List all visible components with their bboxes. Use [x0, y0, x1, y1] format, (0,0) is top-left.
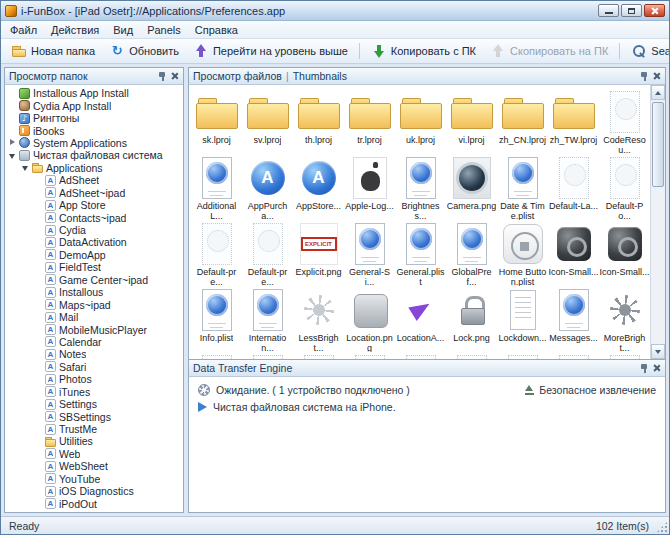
toolbar-button-new-folder[interactable]: Новая папка — [5, 40, 101, 62]
tree-item[interactable]: Чистая файловая система — [6, 149, 183, 161]
tree-item[interactable]: AdSheet — [6, 174, 183, 186]
file-item[interactable]: Internation... — [242, 286, 293, 352]
file-item[interactable]: sk.lproj — [191, 88, 242, 154]
file-item[interactable]: LocationA... — [395, 286, 446, 352]
tree-item[interactable]: iPodOut — [6, 497, 183, 509]
file-item[interactable]: Info.plist — [191, 286, 242, 352]
file-item[interactable]: Lockdown... — [497, 286, 548, 352]
tree-item[interactable]: System Applications — [6, 137, 183, 149]
vertical-scrollbar[interactable] — [650, 85, 665, 359]
tree-item[interactable]: Installous — [6, 286, 183, 298]
file-item[interactable]: General.plist — [395, 220, 446, 286]
file-item[interactable] — [191, 352, 242, 359]
tree-item[interactable]: iOS Diagnostics — [6, 485, 183, 497]
expander-open-icon[interactable] — [21, 163, 30, 172]
close-panel-icon[interactable] — [171, 72, 179, 80]
tree-item[interactable]: Mail — [6, 311, 183, 323]
file-item[interactable]: GlobalPref... — [446, 220, 497, 286]
tree-item[interactable]: Applications — [6, 162, 183, 174]
file-item[interactable]: Icon-Small... — [548, 220, 599, 286]
tree-item[interactable]: Maps~ipad — [6, 298, 183, 310]
tree-item[interactable]: YouTube — [6, 473, 183, 485]
file-item[interactable]: AppPurcha... — [242, 154, 293, 220]
file-item[interactable]: sv.lproj — [242, 88, 293, 154]
file-item[interactable]: Home Button.plist — [497, 220, 548, 286]
toolbar-button-up-level[interactable]: Перейти на уровень выше — [187, 40, 354, 62]
menu-item-3[interactable]: Вид — [106, 22, 140, 38]
file-item[interactable]: MoreBright... — [599, 286, 650, 352]
tree-item[interactable]: Contacts~ipad — [6, 211, 183, 223]
file-item[interactable]: Default-pre... — [242, 220, 293, 286]
toolbar-button-search[interactable]: Search Files — [625, 40, 670, 62]
file-item[interactable]: Brightness... — [395, 154, 446, 220]
close-panel-icon[interactable] — [653, 72, 661, 80]
tree-item[interactable]: Settings — [6, 398, 183, 410]
file-item[interactable] — [446, 352, 497, 359]
file-item[interactable] — [242, 352, 293, 359]
file-item[interactable]: CodeResou... — [599, 88, 650, 154]
menu-item-5[interactable]: Справка — [188, 22, 245, 38]
file-item[interactable]: Camera.png — [446, 154, 497, 220]
file-item[interactable] — [344, 352, 395, 359]
tree-item[interactable]: DemoApp — [6, 249, 183, 261]
tree-item[interactable]: Calendar — [6, 336, 183, 348]
tree-item[interactable]: DataActivation — [6, 236, 183, 248]
pin-icon[interactable] — [640, 71, 649, 82]
file-item[interactable]: AdditionalL... — [191, 154, 242, 220]
tree-item[interactable]: Рингтоны — [6, 112, 183, 124]
tree-item[interactable]: Utilities — [6, 435, 183, 447]
safe-eject[interactable]: Безопасное извлечение — [524, 384, 656, 396]
scrollbar-track[interactable] — [651, 100, 665, 344]
tree-item[interactable]: Cydia — [6, 224, 183, 236]
tree-item[interactable]: SBSettings — [6, 410, 183, 422]
pin-icon[interactable] — [640, 363, 649, 374]
file-item[interactable] — [548, 352, 599, 359]
expander-open-icon[interactable] — [8, 151, 17, 160]
file-item[interactable]: Icon-Small... — [599, 220, 650, 286]
toolbar-button-copy-to-pc[interactable]: Скопировать на ПК — [484, 40, 614, 62]
file-item[interactable]: uk.lproj — [395, 88, 446, 154]
tree-item[interactable]: AdSheet~ipad — [6, 187, 183, 199]
file-item[interactable]: EXPLICITExplicit.png — [293, 220, 344, 286]
tree-item[interactable]: iTunes — [6, 386, 183, 398]
file-item[interactable] — [395, 352, 446, 359]
file-item[interactable]: Default-Po... — [599, 154, 650, 220]
file-item[interactable]: Lock.png — [446, 286, 497, 352]
file-item[interactable] — [497, 352, 548, 359]
tree-item[interactable]: FieldTest — [6, 261, 183, 273]
file-item[interactable] — [293, 352, 344, 359]
menu-item-2[interactable]: Действия — [44, 22, 106, 38]
tree-item[interactable]: WebSheet — [6, 460, 183, 472]
title-bar[interactable]: i-FunBox - [iPad Osetr]://Applications/P… — [1, 1, 669, 21]
file-item[interactable]: zh_TW.lproj — [548, 88, 599, 154]
maximize-button[interactable] — [621, 4, 642, 17]
minimize-button[interactable] — [598, 4, 619, 17]
tree-item[interactable]: App Store — [6, 199, 183, 211]
file-item[interactable]: Messages... — [548, 286, 599, 352]
file-item[interactable]: th.lproj — [293, 88, 344, 154]
tree-item[interactable]: MobileMusicPlayer — [6, 323, 183, 335]
file-item[interactable] — [599, 352, 650, 359]
pin-icon[interactable] — [158, 71, 167, 82]
file-item[interactable]: General-Si... — [344, 220, 395, 286]
close-button[interactable] — [644, 4, 665, 17]
scrollbar-thumb[interactable] — [652, 102, 664, 187]
close-panel-icon[interactable] — [653, 364, 661, 372]
view-mode-label[interactable]: Thumbnails — [293, 70, 347, 82]
file-item[interactable]: Location.png — [344, 286, 395, 352]
file-item[interactable]: vi.lproj — [446, 88, 497, 154]
file-item[interactable]: zh_CN.lproj — [497, 88, 548, 154]
file-item[interactable]: Date & Time.plist — [497, 154, 548, 220]
tree-item[interactable]: Game Center~ipad — [6, 274, 183, 286]
tree-item[interactable]: TrustMe — [6, 423, 183, 435]
tree-item[interactable]: Installous App Install — [6, 87, 183, 99]
file-item[interactable]: tr.lproj — [344, 88, 395, 154]
toolbar-button-copy-from-pc[interactable]: Копировать с ПК — [365, 40, 482, 62]
tree-item[interactable]: Photos — [6, 373, 183, 385]
tree-item[interactable]: iBooks — [6, 124, 183, 136]
menu-item-1[interactable]: Файл — [3, 22, 44, 38]
toolbar-button-refresh[interactable]: Обновить — [103, 40, 185, 62]
scroll-down-button[interactable] — [651, 344, 665, 359]
scroll-up-button[interactable] — [651, 85, 665, 100]
file-item[interactable]: LessBright... — [293, 286, 344, 352]
